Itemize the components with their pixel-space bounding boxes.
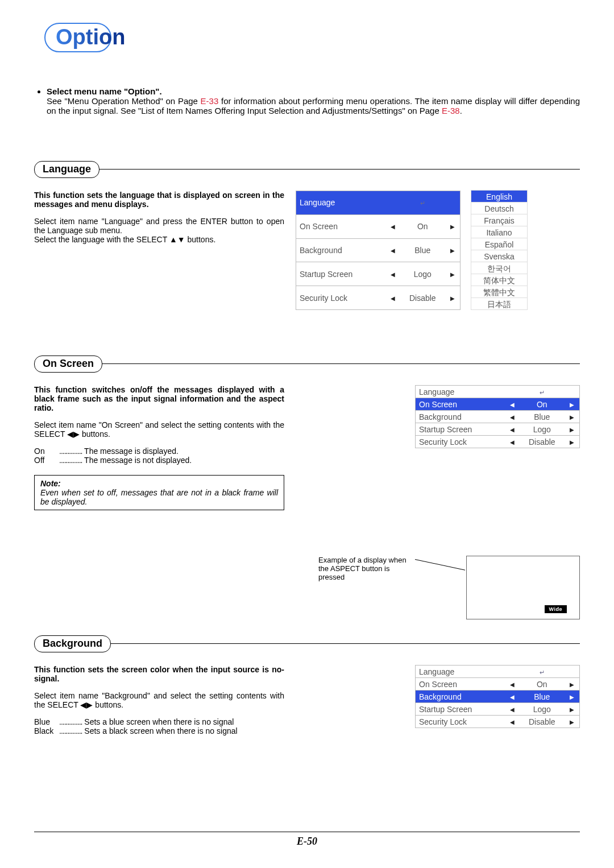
page-ref-1: E-33	[201, 96, 219, 106]
menu-item-startup: Startup Screen	[416, 423, 505, 436]
aspect-caption: Example of a display when the ASPECT but…	[318, 556, 415, 581]
menu-item-onscreen: On Screen	[296, 214, 385, 238]
lang-option: 繁體中文	[471, 286, 528, 298]
menu-item-onscreen: On Screen	[416, 398, 505, 411]
opt-black-label: Black	[34, 726, 59, 735]
onscreen-description: This function switches on/off the messag…	[34, 385, 284, 510]
menu-val-on: On	[520, 678, 565, 691]
option-menu-language: Language ↵ On Screen◀On▶ Background◀Blue…	[296, 191, 460, 310]
opt-off-desc: The message is not displayed.	[84, 456, 192, 465]
lang-option: 한국어	[471, 262, 528, 274]
aspect-display-box: Wide	[466, 556, 580, 619]
note-text: Even when set to off, messages that are …	[40, 488, 278, 506]
lang-option: English	[471, 190, 528, 202]
menu-item-language: Language	[416, 666, 505, 678]
menu-item-language: Language	[296, 191, 385, 215]
aspect-example: Example of a display when the ASPECT but…	[34, 556, 580, 619]
lang-option: 简体中文	[471, 274, 528, 286]
opt-on-label: On	[34, 447, 59, 456]
opt-off-label: Off	[34, 456, 59, 465]
opt-black-desc: Sets a black screen when there is no sig…	[84, 726, 237, 735]
lang-option: Español	[471, 238, 528, 250]
section-language: Language This function sets the language…	[34, 161, 580, 310]
menu-item-background: Background	[416, 411, 505, 423]
language-submenu: English Deutsch Français Italiano Españo…	[471, 191, 528, 310]
language-description: This function sets the language that is …	[34, 191, 284, 244]
menu-item-security: Security Lock	[416, 436, 505, 448]
menu-item-onscreen: On Screen	[416, 678, 505, 691]
menu-item-security: Security Lock	[416, 716, 505, 728]
menu-val-disable: Disable	[520, 436, 565, 448]
menu-val-logo: Logo	[520, 423, 565, 436]
menu-item-language: Language	[416, 386, 505, 398]
lang-option: Français	[471, 214, 528, 226]
page-title-container: Option	[44, 23, 580, 57]
option-menu-background: Language ↵ On Screen◀On▶ Background◀Blue…	[415, 665, 580, 728]
intro-text-c: .	[460, 106, 462, 115]
note-box: Note: Even when set to off, messages tha…	[34, 475, 284, 510]
page-ref-2: E-38	[442, 106, 460, 115]
manual-page: Option Select menu name "Option". See "M…	[0, 0, 614, 868]
opt-blue-label: Blue	[34, 717, 59, 726]
menu-val-on: On	[400, 214, 445, 238]
menu-val-logo: Logo	[520, 703, 565, 716]
background-bold: This function sets the screen color when…	[34, 665, 284, 683]
menu-val-disable: Disable	[400, 286, 445, 310]
menu-val-on: On	[520, 398, 565, 411]
lang-option: Italiano	[471, 226, 528, 238]
lang-option: Svenska	[471, 250, 528, 262]
enter-icon: ↵	[420, 200, 425, 206]
language-para2: Select the language with the SELECT ▲▼ b…	[34, 235, 284, 244]
language-bold: This function sets the language that is …	[34, 191, 284, 209]
menu-val-logo: Logo	[400, 262, 445, 286]
section-heading-language: Language	[34, 161, 99, 178]
background-para1: Select item name "Background" and select…	[34, 691, 284, 709]
page-number: E-50	[297, 836, 317, 847]
menu-item-background: Background	[416, 691, 505, 703]
menu-item-security: Security Lock	[296, 286, 385, 310]
menu-val-disable: Disable	[520, 716, 565, 728]
enter-icon: ↵	[540, 669, 545, 676]
lang-option: Deutsch	[471, 202, 528, 214]
page-title: Option	[56, 25, 125, 49]
enter-icon: ↵	[540, 389, 545, 396]
intro-heading: Select menu name "Option".	[47, 86, 162, 96]
language-menu-wrap: Language ↵ On Screen◀On▶ Background◀Blue…	[296, 191, 528, 310]
background-description: This function sets the screen color when…	[34, 665, 284, 735]
onscreen-bold: This function switches on/off the messag…	[34, 385, 284, 412]
option-menu-onscreen: Language ↵ On Screen◀On▶ Background◀Blue…	[415, 385, 580, 448]
section-heading-onscreen: On Screen	[34, 356, 102, 373]
menu-item-background: Background	[296, 238, 385, 262]
onscreen-para1: Select item name "On Screen" and select …	[34, 420, 284, 439]
section-background: Background This function sets the screen…	[34, 635, 580, 735]
menu-val-blue: Blue	[520, 691, 565, 703]
intro-text-a: See "Menu Operation Method" on Page	[47, 96, 201, 106]
menu-item-startup: Startup Screen	[296, 262, 385, 286]
language-para1: Select item name "Language" and press th…	[34, 217, 284, 235]
opt-on-desc: The message is displayed.	[84, 447, 179, 456]
menu-item-startup: Startup Screen	[416, 703, 505, 716]
section-onscreen: On Screen This function switches on/off …	[34, 356, 580, 619]
intro-bullet: Select menu name "Option". See "Menu Ope…	[47, 86, 580, 115]
opt-blue-desc: Sets a blue screen when there is no sign…	[84, 717, 234, 726]
intro-block: Select menu name "Option". See "Menu Ope…	[34, 86, 580, 115]
menu-val-blue: Blue	[400, 238, 445, 262]
section-heading-background: Background	[34, 635, 111, 652]
lang-option: 日本語	[471, 297, 528, 310]
aspect-badge: Wide	[545, 605, 567, 613]
page-footer: E-50	[34, 832, 580, 848]
callout-line	[415, 559, 465, 571]
note-label: Note:	[40, 479, 278, 488]
menu-val-blue: Blue	[520, 411, 565, 423]
